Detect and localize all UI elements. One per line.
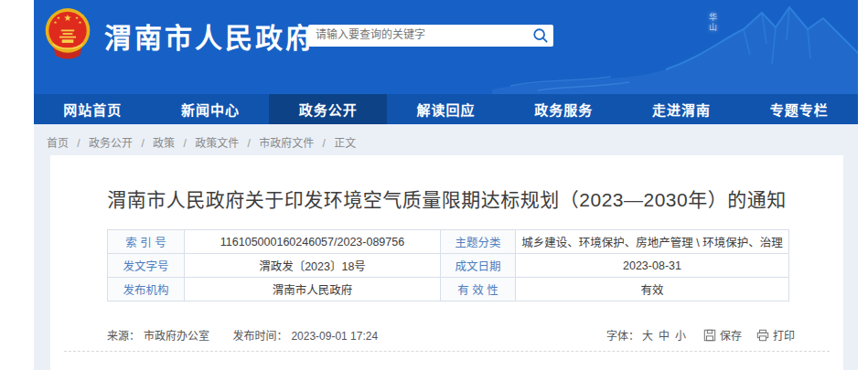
svg-text:★: ★ <box>57 16 60 20</box>
nav-item-news[interactable]: 新闻中心 <box>152 94 270 124</box>
font-size-medium-button[interactable]: 中 <box>659 327 670 343</box>
breadcrumb-city-gov-files[interactable]: 市政府文件 <box>259 137 314 150</box>
breadcrumb-gov-affairs[interactable]: 政务公开 <box>89 137 133 150</box>
svg-text:★: ★ <box>78 20 81 25</box>
search-icon[interactable] <box>532 27 549 44</box>
breadcrumb-separator: / <box>248 137 251 150</box>
breadcrumb-separator: / <box>77 137 80 150</box>
doc-number-value: 渭政发〔2023〕18号 <box>185 254 441 278</box>
breadcrumb-policy-files[interactable]: 政策文件 <box>195 137 239 150</box>
print-button[interactable]: 打印 <box>756 327 795 343</box>
nav-item-special-topics[interactable]: 专题专栏 <box>740 94 858 124</box>
table-row: 发文字号 渭政发〔2023〕18号 成文日期 2023-08-31 <box>108 254 789 278</box>
breadcrumb-current: 正文 <box>334 137 356 150</box>
huashan-seal-label: 华山 <box>707 13 719 33</box>
main-nav: 网站首页 新闻中心 政务公开 解读回应 政务服务 走进渭南 专题专栏 <box>34 94 858 124</box>
print-button-label: 打印 <box>773 327 795 343</box>
issuing-agency-value: 渭南市人民政府 <box>185 278 441 301</box>
svg-text:★: ★ <box>53 20 57 25</box>
breadcrumb-separator: / <box>323 137 326 150</box>
font-size-label: 字体： <box>606 327 639 343</box>
article-card: 渭南市人民政府关于印发环境空气质量限期达标规划（2023—2030年）的通知 索… <box>50 155 843 370</box>
save-floppy-icon <box>703 329 716 342</box>
article-title: 渭南市人民政府关于印发环境空气质量限期达标规划（2023—2030年）的通知 <box>50 155 843 212</box>
breadcrumb-policy[interactable]: 政策 <box>153 137 175 150</box>
dotted-divider <box>64 351 830 352</box>
publish-time-value: 2023-09-01 17:24 <box>291 330 378 343</box>
nav-item-home[interactable]: 网站首页 <box>34 94 152 124</box>
print-icon <box>756 329 769 342</box>
save-button[interactable]: 保存 <box>703 327 742 343</box>
breadcrumb-separator: / <box>183 137 186 150</box>
font-size-large-button[interactable]: 大 <box>642 327 653 343</box>
site-title: 渭南市人民政府 <box>104 16 316 56</box>
svg-text:★: ★ <box>75 16 79 20</box>
nav-item-gov-affairs[interactable]: 政务公开 <box>269 94 387 124</box>
article-meta-row: 来源：市政府办公室 发布时间：2023-09-01 17:24 字体： 大 中 … <box>107 327 795 343</box>
index-number-value: 116105000160246057/2023-089756 <box>185 230 441 254</box>
source-and-time: 来源：市政府办公室 发布时间：2023-09-01 17:24 <box>107 327 381 343</box>
svg-text:★: ★ <box>64 13 72 23</box>
font-size-small-button[interactable]: 小 <box>675 327 686 343</box>
breadcrumb-home[interactable]: 首页 <box>47 137 69 150</box>
issuing-agency-label: 发布机构 <box>108 278 185 301</box>
document-info-table: 索 引 号 116105000160246057/2023-089756 主题分… <box>107 229 789 301</box>
topic-category-value: 城乡建设、环境保护、房地产管理 \ 环境保护、治理 <box>516 230 789 254</box>
source-value: 市政府办公室 <box>144 330 209 343</box>
topic-category-label: 主题分类 <box>441 230 516 254</box>
article-tools: 字体： 大 中 小 保存 <box>606 327 795 343</box>
table-row: 发布机构 渭南市人民政府 有 效 性 有效 <box>108 278 789 301</box>
national-emblem-icon: ★ ★ ★ ★ ★ <box>43 7 92 64</box>
search-box <box>308 25 553 47</box>
search-input[interactable] <box>308 25 524 45</box>
page-body: 首页 / 政务公开 / 政策 / 政策文件 / 市政府文件 / 正文 渭南市人民… <box>34 124 858 370</box>
publish-time-label: 发布时间： <box>232 330 287 343</box>
save-button-label: 保存 <box>720 327 742 343</box>
nav-item-about-weinan[interactable]: 走进渭南 <box>623 94 741 124</box>
issue-date-value: 2023-08-31 <box>516 254 789 278</box>
doc-number-label: 发文字号 <box>108 254 185 278</box>
huashan-mountain-art <box>492 0 858 94</box>
source-label: 来源： <box>107 330 140 343</box>
nav-item-services[interactable]: 政务服务 <box>505 94 623 124</box>
breadcrumb-separator: / <box>141 137 144 150</box>
issue-date-label: 成文日期 <box>441 254 516 278</box>
nav-item-interpretation[interactable]: 解读回应 <box>387 94 505 124</box>
home-logo-link[interactable]: ★ ★ ★ ★ ★ 渭南市人民政府 <box>43 7 316 64</box>
index-number-label: 索 引 号 <box>108 230 185 254</box>
site-header: ★ ★ ★ ★ ★ 渭南市人民政府 华山 <box>34 0 858 94</box>
validity-value: 有效 <box>516 278 789 301</box>
validity-label: 有 效 性 <box>441 278 516 301</box>
table-row: 索 引 号 116105000160246057/2023-089756 主题分… <box>108 230 789 254</box>
breadcrumb: 首页 / 政务公开 / 政策 / 政策文件 / 市政府文件 / 正文 <box>47 134 356 150</box>
